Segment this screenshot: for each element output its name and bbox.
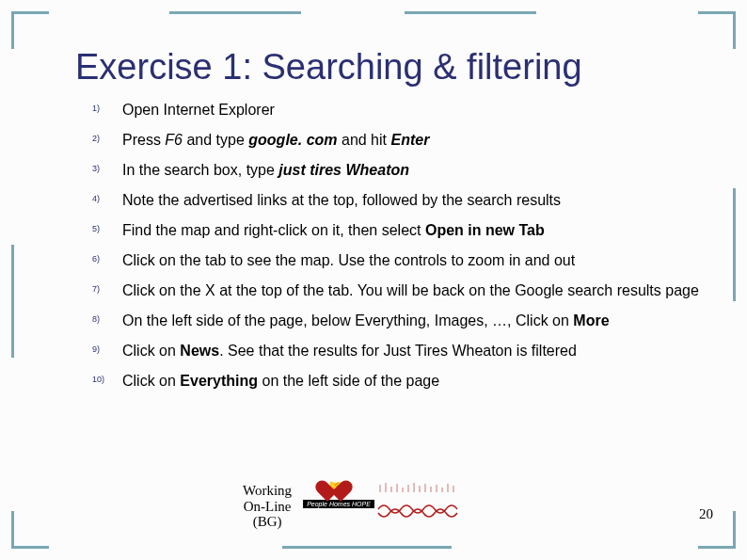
corner-decoration — [698, 11, 736, 49]
step-item: 10)Click on Everything on the left side … — [75, 372, 700, 391]
border-segment — [405, 11, 536, 14]
step-text: Note the advertised links at the top, fo… — [122, 192, 561, 208]
step-text: Click on the tab to see the map. Use the… — [122, 252, 575, 268]
step-text: Find the map and right-click on it, then… — [122, 222, 545, 238]
footer-course-title: Working On-Line (BG) — [243, 483, 292, 530]
step-number: 9) — [92, 344, 100, 355]
step-text: Press F6 and type google. com and hit En… — [122, 132, 429, 148]
footer: Working On-Line (BG) 🤝 People Homes HOPE — [0, 477, 747, 534]
step-text: Click on News. See that the results for … — [122, 343, 577, 359]
step-text: Click on Everything on the left side of … — [122, 373, 439, 389]
step-number: 1) — [92, 104, 100, 114]
step-number: 2) — [92, 134, 100, 144]
step-number: 8) — [92, 314, 100, 325]
step-number: 7) — [92, 284, 100, 295]
border-segment — [11, 245, 14, 358]
step-text: On the left side of the page, below Ever… — [122, 312, 610, 328]
step-item: 3)In the search box, type just tires Whe… — [75, 161, 700, 180]
logo-waveform — [376, 481, 461, 520]
step-item: 7)Click on the X at the top of the tab. … — [75, 281, 700, 300]
logo-tagline: People Homes HOPE — [303, 500, 374, 508]
step-number: 6) — [92, 254, 100, 264]
page-number: 20 — [699, 506, 713, 522]
step-item: 5)Find the map and right-click on it, th… — [75, 221, 700, 240]
step-text: Open Internet Explorer — [122, 102, 275, 118]
step-item: 1)Open Internet Explorer — [75, 101, 700, 120]
step-item: 9)Click on News. See that the results fo… — [75, 342, 700, 360]
step-text: Click on the X at the top of the tab. Yo… — [122, 282, 699, 298]
step-item: 8)On the left side of the page, below Ev… — [75, 312, 700, 330]
footer-line: (BG) — [253, 514, 282, 529]
border-segment — [733, 188, 736, 301]
corner-decoration — [11, 11, 49, 49]
border-segment — [282, 546, 452, 549]
slide: Exercise 1: Searching & filtering 1)Open… — [0, 0, 747, 560]
border-segment — [169, 11, 301, 14]
step-item: 2)Press F6 and type google. com and hit … — [75, 131, 700, 150]
step-number: 10) — [92, 375, 104, 385]
step-number: 3) — [92, 164, 100, 174]
step-item: 6)Click on the tab to see the map. Use t… — [75, 251, 700, 270]
footer-line: Working — [243, 483, 292, 498]
steps-list: 1)Open Internet Explorer2)Press F6 and t… — [75, 101, 700, 391]
content-area: Exercise 1: Searching & filtering 1)Open… — [75, 47, 700, 522]
step-text: In the search box, type just tires Wheat… — [122, 162, 409, 178]
step-number: 4) — [92, 194, 100, 204]
step-item: 4)Note the advertised links at the top, … — [75, 191, 700, 210]
logo-people-homes-hope: 🤝 People Homes HOPE — [312, 477, 365, 524]
slide-title: Exercise 1: Searching & filtering — [75, 47, 700, 88]
footer-line: On-Line — [244, 499, 292, 514]
step-number: 5) — [92, 224, 100, 234]
